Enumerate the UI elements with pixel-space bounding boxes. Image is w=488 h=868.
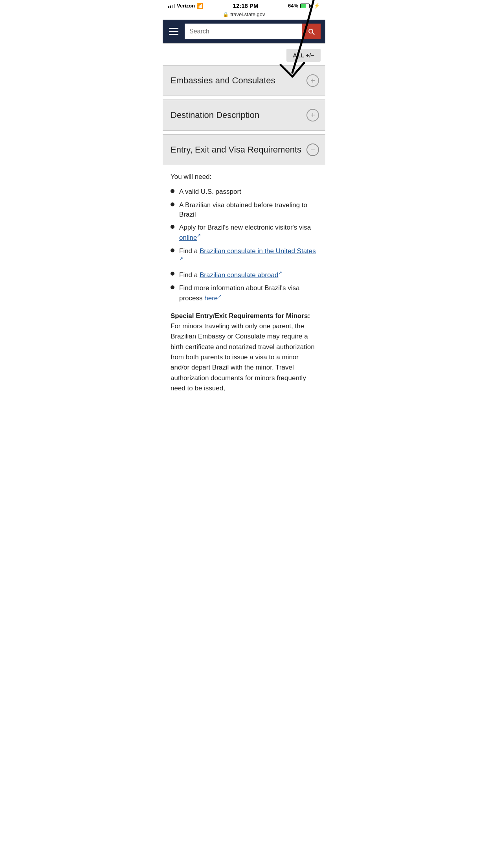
lock-icon: 🔒 — [223, 12, 229, 17]
list-item: A valid U.S. passport — [171, 187, 317, 197]
external-icon: ↗ — [179, 256, 183, 262]
bullet-dot — [171, 285, 174, 289]
special-entry-section: Special Entry/Exit Requirements for Mino… — [171, 311, 317, 395]
time-label: 12:18 PM — [233, 2, 259, 9]
external-icon: ↗ — [278, 270, 282, 276]
bullet-dot — [171, 248, 174, 252]
search-input[interactable] — [185, 24, 302, 39]
signal-icon — [168, 4, 175, 8]
bullet-dot — [171, 225, 174, 229]
all-toggle-row: ALL +/− — [163, 44, 325, 65]
hamburger-line — [169, 28, 178, 29]
list-item: A Brazilian visa obtained before traveli… — [171, 200, 317, 219]
nav-header — [163, 20, 325, 43]
accordion-destination-icon: + — [306, 109, 319, 121]
accordion-entry-header[interactable]: Entry, Exit and Visa Requirements − — [163, 135, 325, 165]
requirements-list: A valid U.S. passport A Brazilian visa o… — [171, 187, 317, 303]
bullet-dot — [171, 189, 174, 193]
bullet-dot — [171, 202, 174, 206]
status-bar: Verizon 📶 12:18 PM 64% ⚡ — [163, 0, 325, 11]
online-link[interactable]: online↗ — [179, 234, 201, 241]
hamburger-line — [169, 34, 178, 35]
hamburger-line — [169, 31, 178, 32]
list-item: Find more information about Brazil's vis… — [171, 283, 317, 303]
consulate-abroad-link[interactable]: Brazilian consulate abroad↗ — [200, 271, 282, 279]
accordion-embassies[interactable]: Embassies and Consulates + — [163, 65, 325, 96]
accordion-embassies-title: Embassies and Consulates — [171, 75, 275, 86]
consulate-us-link[interactable]: Brazilian consulate in the United States… — [179, 247, 316, 265]
accordion-destination-title: Destination Description — [171, 110, 259, 120]
external-icon: ↗ — [197, 232, 201, 239]
entry-content: You will need: A valid U.S. passport A B… — [163, 165, 325, 405]
external-icon: ↗ — [218, 293, 222, 300]
list-item: Apply for Brazil's new electronic visito… — [171, 223, 317, 242]
battery-percent: 64% — [288, 3, 298, 9]
all-toggle-button[interactable]: ALL +/− — [286, 49, 321, 62]
url-text: travel.state.gov — [230, 11, 265, 17]
accordion-entry-title: Entry, Exit and Visa Requirements — [171, 145, 301, 155]
search-bar — [185, 24, 321, 39]
status-left: Verizon 📶 — [168, 3, 203, 9]
list-item: Find a Brazilian consulate in the United… — [171, 246, 317, 266]
accordion-embassies-icon: + — [306, 74, 319, 87]
battery-icon — [300, 4, 312, 8]
accordion-entry: Entry, Exit and Visa Requirements − You … — [163, 134, 325, 405]
search-button[interactable] — [302, 24, 321, 39]
url-bar: 🔒 travel.state.gov — [163, 11, 325, 20]
charging-icon: ⚡ — [314, 3, 320, 9]
bullet-text: Find more information about Brazil's vis… — [179, 283, 317, 303]
bullet-text: Find a Brazilian consulate in the United… — [179, 246, 317, 266]
hamburger-menu[interactable] — [167, 26, 180, 37]
search-icon — [307, 28, 315, 35]
status-right: 64% ⚡ — [288, 3, 320, 9]
list-item: Find a Brazilian consulate abroad↗ — [171, 270, 317, 280]
bullet-text: Apply for Brazil's new electronic visito… — [179, 223, 317, 242]
more-info-link[interactable]: here↗ — [204, 294, 222, 302]
wifi-icon: 📶 — [196, 3, 203, 9]
you-will-need-label: You will need: — [171, 173, 317, 181]
accordion-entry-icon: − — [306, 143, 319, 156]
bullet-text: A valid U.S. passport — [179, 187, 241, 197]
bullet-dot — [171, 272, 174, 276]
carrier-label: Verizon — [177, 3, 195, 9]
bullet-text: Find a Brazilian consulate abroad↗ — [179, 270, 282, 280]
special-text: For minors traveling with only one paren… — [171, 322, 315, 392]
special-heading: Special Entry/Exit Requirements for Mino… — [171, 312, 310, 320]
bullet-text: A Brazilian visa obtained before traveli… — [179, 200, 317, 219]
accordion-destination[interactable]: Destination Description + — [163, 99, 325, 131]
